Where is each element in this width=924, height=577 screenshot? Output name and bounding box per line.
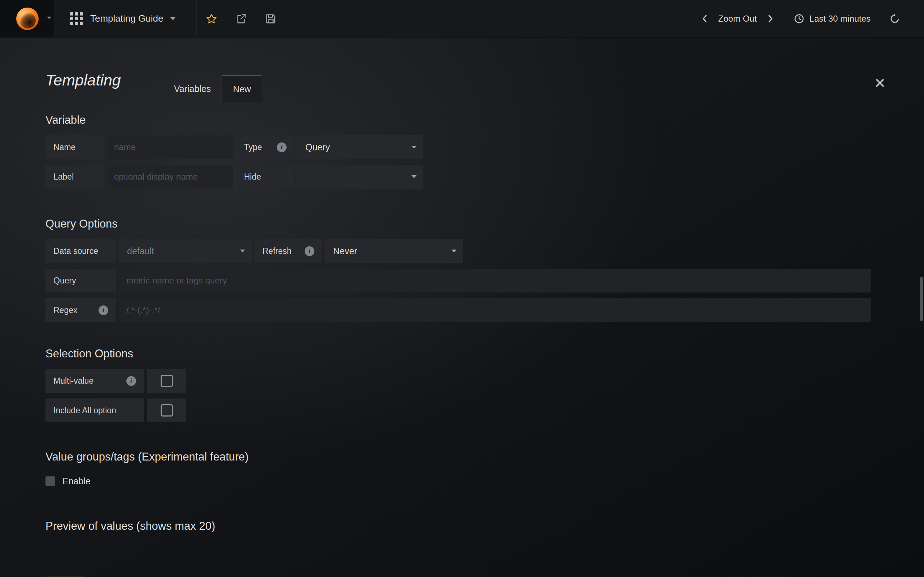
value-groups-heading: Value groups/tags (Experimental feature) (45, 450, 871, 463)
chevron-right-icon (765, 13, 775, 24)
type-select-value: Query (305, 142, 330, 153)
chevron-down-icon (412, 175, 417, 178)
time-forward-button[interactable] (761, 13, 779, 24)
type-label-text: Type (244, 142, 262, 152)
refresh-label: Refresh (254, 239, 322, 263)
chevron-down-icon (170, 17, 175, 20)
selection-options-heading: Selection Options (45, 347, 871, 360)
datasource-refresh-row: Data source default Refresh Never (45, 239, 871, 263)
info-circle-icon[interactable] (99, 305, 108, 315)
include-all-row: Include All option (45, 398, 871, 422)
chevron-down-icon (452, 250, 457, 253)
checkbox-unchecked-icon (161, 404, 173, 416)
info-circle-icon[interactable] (305, 246, 314, 256)
dashboard-grid-icon (70, 12, 83, 25)
time-range-button[interactable]: Last 30 minutes (794, 13, 871, 24)
multi-value-row: Multi-value (45, 369, 871, 393)
hide-label: Hide (236, 165, 294, 189)
refresh-button[interactable] (886, 13, 904, 24)
refresh-label-text: Refresh (262, 246, 292, 256)
tabs: Variables New (163, 76, 262, 102)
include-all-checkbox[interactable] (147, 398, 186, 422)
dashboard-title: Templating Guide (90, 13, 163, 24)
name-label: Name (45, 135, 104, 159)
enable-label: Enable (63, 476, 90, 487)
page-title: Templating (45, 71, 121, 89)
query-input[interactable] (119, 269, 871, 292)
include-all-label: Include All option (45, 398, 144, 422)
regex-label-text: Regex (53, 305, 77, 315)
templating-editor: Variable Name Type Query Label Hide Quer… (45, 103, 871, 577)
regex-input[interactable] (119, 298, 871, 322)
refresh-select-value: Never (333, 246, 357, 256)
hide-select[interactable] (297, 165, 423, 189)
data-source-select-value: default (127, 246, 154, 256)
save-button[interactable] (256, 0, 286, 37)
enable-checkbox[interactable] (45, 476, 55, 486)
data-source-select[interactable]: default (119, 239, 252, 263)
preview-heading: Preview of values (shows max 20) (45, 520, 871, 533)
time-controls: Zoom Out Last 30 minutes (696, 0, 924, 37)
x-icon (874, 77, 885, 89)
share-button[interactable] (226, 0, 256, 37)
close-button[interactable] (874, 76, 887, 89)
data-source-label: Data source (45, 239, 116, 263)
favorite-button[interactable] (197, 0, 226, 37)
query-options-heading: Query Options (45, 218, 871, 230)
floppy-icon (265, 13, 276, 24)
name-input[interactable] (107, 135, 233, 159)
enable-row: Enable (45, 474, 871, 488)
refresh-select[interactable]: Never (325, 239, 463, 263)
dashboard-picker-button[interactable]: Templating Guide (55, 0, 197, 37)
star-icon (206, 13, 217, 24)
chevron-down-icon (240, 250, 245, 253)
info-circle-icon[interactable] (126, 376, 136, 386)
regex-row: Regex (45, 298, 871, 322)
variable-label-row: Label Hide (45, 165, 871, 189)
type-label: Type (236, 135, 294, 159)
info-circle-icon[interactable] (277, 142, 287, 152)
query-row: Query (45, 269, 871, 292)
time-range-label: Last 30 minutes (809, 14, 871, 24)
type-select[interactable]: Query (297, 135, 423, 159)
tab-variables[interactable]: Variables (163, 76, 221, 102)
chevron-down-icon (412, 146, 417, 148)
multi-value-checkbox[interactable] (147, 369, 186, 393)
tab-new[interactable]: New (221, 76, 262, 102)
org-menu-button[interactable] (0, 0, 55, 37)
checkbox-unchecked-icon (161, 375, 173, 387)
navbar: Templating Guide (0, 0, 924, 37)
regex-label: Regex (45, 298, 116, 322)
clock-icon (794, 13, 804, 24)
scrollbar-thumb[interactable] (920, 277, 923, 321)
label-input[interactable] (107, 165, 233, 189)
query-label: Query (45, 269, 116, 292)
refresh-icon (889, 13, 900, 24)
variable-heading: Variable (45, 114, 871, 127)
multi-value-label: Multi-value (45, 369, 144, 393)
multi-value-label-text: Multi-value (53, 376, 94, 386)
label-label: Label (45, 165, 104, 189)
time-back-button[interactable] (696, 13, 714, 24)
chevron-left-icon (699, 13, 710, 24)
grafana-logo-icon (16, 8, 39, 30)
settings-button[interactable] (286, 0, 315, 37)
navbar-actions (197, 0, 315, 37)
share-icon (235, 13, 247, 24)
zoom-out-button[interactable]: Zoom Out (714, 14, 761, 24)
gear-icon (294, 13, 306, 24)
variable-name-row: Name Type Query (45, 135, 871, 159)
chevron-down-icon (47, 16, 51, 19)
